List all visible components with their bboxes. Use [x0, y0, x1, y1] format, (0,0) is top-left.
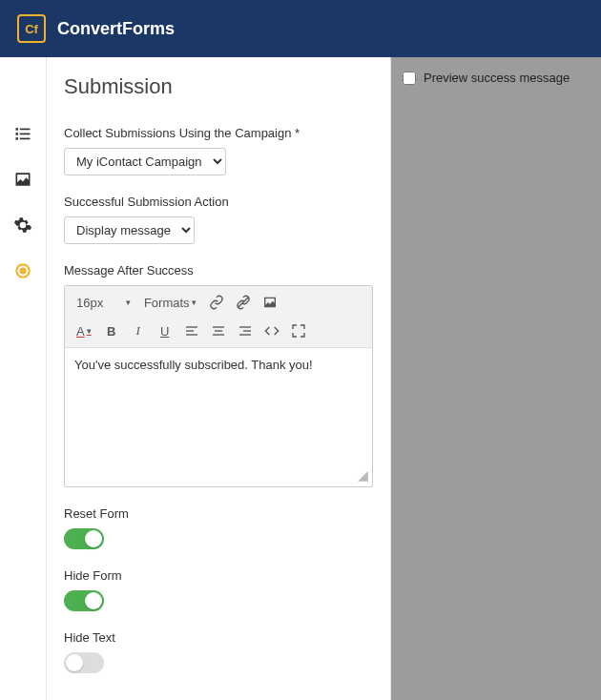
italic-icon[interactable]: I	[126, 319, 151, 343]
campaign-field: Collect Submissions Using the Campaign *…	[64, 126, 373, 175]
editor-toolbar: 16px ▾ Formats▾ A▾ B I U	[65, 286, 372, 348]
svg-rect-2	[16, 133, 19, 135]
hide-text-label: Hide Text	[64, 630, 373, 645]
bold-icon[interactable]: B	[99, 319, 124, 343]
font-size-dropdown[interactable]: 16px ▾	[71, 290, 136, 315]
target-icon[interactable]	[13, 261, 32, 280]
svg-rect-5	[20, 138, 31, 140]
svg-rect-3	[20, 134, 31, 135]
insert-image-icon[interactable]	[258, 290, 282, 315]
fullscreen-icon[interactable]	[286, 319, 311, 343]
image-icon[interactable]	[13, 170, 32, 189]
reset-form-toggle[interactable]	[64, 528, 104, 549]
code-icon[interactable]	[259, 319, 284, 343]
hide-form-label: Hide Form	[64, 568, 373, 583]
message-field: Message After Success 16px ▾ Formats▾	[64, 263, 373, 487]
campaign-label: Collect Submissions Using the Campaign *	[64, 126, 373, 140]
svg-rect-17	[239, 334, 251, 335]
svg-rect-9	[186, 326, 197, 327]
rich-editor: 16px ▾ Formats▾ A▾ B I U	[64, 285, 373, 487]
resize-grip-icon[interactable]: ◢	[358, 467, 368, 483]
svg-rect-10	[186, 330, 194, 331]
panel-title: Submission	[64, 74, 373, 99]
align-center-icon[interactable]	[206, 319, 231, 343]
hide-form-toggle[interactable]	[64, 590, 104, 611]
svg-rect-13	[215, 330, 222, 331]
brand-name: ConvertForms	[57, 19, 175, 39]
side-rail	[0, 57, 46, 700]
app-logo: Cf	[17, 14, 46, 43]
svg-rect-12	[213, 326, 224, 327]
svg-rect-14	[213, 334, 224, 335]
svg-rect-11	[186, 334, 197, 335]
svg-rect-16	[243, 330, 251, 331]
preview-success-checkbox[interactable]	[403, 72, 416, 85]
align-left-icon[interactable]	[179, 319, 204, 343]
svg-point-7	[21, 269, 26, 274]
unlink-icon[interactable]	[231, 290, 256, 315]
hide-form-field: Hide Form	[64, 568, 373, 611]
editor-text: You've successfully subscribed. Thank yo…	[74, 358, 313, 372]
app-body: Submission Collect Submissions Using the…	[0, 57, 601, 700]
campaign-select[interactable]: My iContact Campaign	[64, 148, 226, 175]
text-color-dropdown[interactable]: A▾	[71, 319, 97, 343]
editor-content-area[interactable]: You've successfully subscribed. Thank yo…	[65, 348, 372, 486]
link-icon[interactable]	[204, 290, 229, 315]
hide-text-toggle[interactable]	[64, 652, 104, 673]
underline-icon[interactable]: U	[153, 319, 177, 343]
preview-pane: Preview success message	[391, 57, 601, 700]
svg-rect-0	[16, 128, 19, 131]
submission-panel: Submission Collect Submissions Using the…	[46, 57, 391, 700]
reset-form-field: Reset Form	[64, 506, 373, 549]
top-bar: Cf ConvertForms	[0, 0, 601, 57]
reset-form-label: Reset Form	[64, 506, 373, 521]
hide-text-field: Hide Text	[64, 630, 373, 673]
formats-dropdown[interactable]: Formats▾	[138, 290, 202, 315]
svg-rect-4	[16, 137, 19, 140]
align-right-icon[interactable]	[233, 319, 258, 343]
action-label: Successful Submission Action	[64, 195, 373, 209]
message-label: Message After Success	[64, 263, 373, 278]
svg-rect-1	[20, 129, 31, 131]
preview-success-label: Preview success message	[424, 71, 570, 85]
list-icon[interactable]	[13, 124, 32, 143]
action-field: Successful Submission Action Display mes…	[64, 195, 373, 244]
action-select[interactable]: Display message	[64, 216, 195, 244]
svg-rect-15	[239, 326, 251, 327]
preview-success-checkbox-wrap[interactable]: Preview success message	[403, 71, 590, 85]
gear-icon[interactable]	[13, 216, 32, 235]
